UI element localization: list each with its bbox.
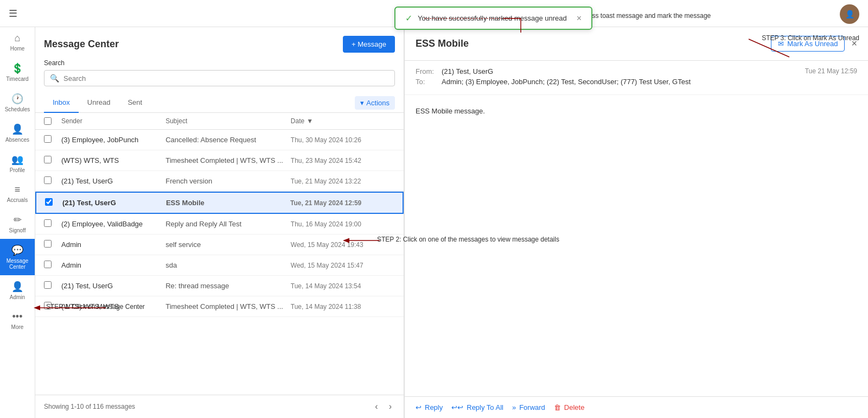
chevron-down-icon: ▾ bbox=[360, 99, 364, 107]
sidebar-item-profile[interactable]: 👥 Profile bbox=[0, 148, 35, 179]
to-row: To: Admin; (3) Employee, JobPunch; (22) … bbox=[416, 78, 857, 86]
message-rows-container: (3) Employee, JobPunch Cancelled: Absenc… bbox=[35, 130, 404, 317]
forward-icon: » bbox=[512, 403, 516, 411]
search-box: 🔍 bbox=[44, 70, 395, 86]
row-date: Wed, 15 May 2024 19:43 bbox=[291, 241, 395, 249]
row-subject: Re: thread message bbox=[165, 282, 291, 290]
sidebar-item-more[interactable]: ••• More bbox=[0, 306, 35, 335]
row-checkbox-cell bbox=[45, 198, 62, 207]
row-subject: Reply and Reply All Test bbox=[165, 220, 291, 228]
row-checkbox-cell bbox=[44, 219, 61, 229]
message-row[interactable]: (WTS) WTS, WTS Timesheet Completed | WTS… bbox=[35, 150, 404, 171]
row-checkbox-cell bbox=[44, 302, 61, 311]
admin-icon: 👤 bbox=[11, 281, 23, 293]
sidebar-item-timecard[interactable]: 💲 Timecard bbox=[0, 57, 35, 87]
row-checkbox[interactable] bbox=[44, 281, 52, 289]
row-checkbox[interactable] bbox=[44, 240, 52, 248]
row-checkbox[interactable] bbox=[45, 198, 53, 206]
more-icon: ••• bbox=[12, 311, 23, 322]
row-sender: (WTS) WTS, WTS bbox=[61, 156, 165, 164]
sidebar-item-admin[interactable]: 👤 Admin bbox=[0, 275, 35, 306]
toast-message: You have successfully marked message unr… bbox=[418, 14, 567, 22]
search-icon: 🔍 bbox=[50, 74, 59, 83]
sidebar-item-absences[interactable]: 👤 Absences bbox=[0, 118, 35, 148]
row-checkbox[interactable] bbox=[44, 135, 52, 143]
sidebar-item-accruals[interactable]: ≡ Accruals bbox=[0, 179, 35, 208]
to-label: To: bbox=[416, 78, 437, 86]
hamburger-icon[interactable]: ☰ bbox=[9, 8, 17, 20]
delete-button[interactable]: 🗑 Delete bbox=[554, 403, 585, 411]
message-center-icon: 💬 bbox=[11, 244, 23, 256]
row-checkbox[interactable] bbox=[44, 176, 52, 184]
mark-as-unread-button[interactable]: ✉ Mark As Unread bbox=[771, 36, 845, 52]
home-icon: ⌂ bbox=[15, 33, 21, 44]
profile-icon: 👥 bbox=[11, 154, 23, 166]
detail-meta: From: (21) Test, UserG Tue 21 May 12:59 … bbox=[405, 61, 868, 95]
message-row[interactable]: (2) Employee, ValidBadge Reply and Reply… bbox=[35, 214, 404, 235]
sidebar-label-signoff: Signoff bbox=[9, 227, 26, 233]
row-sender: (3) Employee, JobPunch bbox=[61, 136, 165, 144]
tab-unread[interactable]: Unread bbox=[79, 93, 119, 113]
col-header-sender: Sender bbox=[61, 117, 165, 125]
actions-button[interactable]: ▾ Actions bbox=[355, 96, 395, 110]
search-input[interactable] bbox=[63, 74, 389, 83]
prev-page-button[interactable]: ‹ bbox=[372, 401, 381, 413]
row-sender: (2) Employee, ValidBadge bbox=[61, 220, 165, 228]
detail-body: ESS Mobile message. bbox=[405, 95, 868, 396]
row-checkbox[interactable] bbox=[44, 219, 52, 227]
forward-button[interactable]: » Forward bbox=[512, 403, 545, 411]
sort-icon: ▼ bbox=[307, 117, 313, 125]
reply-all-button[interactable]: ↩↩ Reply To All bbox=[451, 403, 503, 411]
sidebar-item-home[interactable]: ⌂ Home bbox=[0, 27, 35, 57]
message-row[interactable]: (WTS) WTS, WTS Timesheet Completed | WTS… bbox=[35, 296, 404, 317]
sidebar-item-signoff[interactable]: ✏ Signoff bbox=[0, 208, 35, 239]
signoff-icon: ✏ bbox=[14, 214, 22, 226]
row-checkbox[interactable] bbox=[44, 156, 52, 163]
row-checkbox[interactable] bbox=[44, 302, 52, 309]
search-label: Search bbox=[44, 59, 395, 67]
row-sender: (21) Test, UserG bbox=[61, 282, 165, 290]
message-row[interactable]: (21) Test, UserG Re: thread message Tue,… bbox=[35, 276, 404, 296]
message-row[interactable]: Admin self service Wed, 15 May 2024 19:4… bbox=[35, 235, 404, 255]
new-message-button[interactable]: + Message bbox=[343, 36, 395, 53]
row-sender: Admin bbox=[61, 240, 165, 249]
message-row[interactable]: (21) Test, UserG ESS Mobile Tue, 21 May … bbox=[35, 192, 404, 214]
sidebar-label-schedules: Schedules bbox=[5, 106, 30, 112]
row-checkbox-cell bbox=[44, 176, 61, 186]
message-detail-panel: ESS Mobile ✉ Mark As Unread × From: (21)… bbox=[404, 27, 868, 418]
row-sender: (21) Test, UserG bbox=[62, 199, 166, 207]
sidebar-label-absences: Absences bbox=[5, 137, 29, 143]
toast-close-button[interactable]: × bbox=[577, 14, 582, 23]
main-content: Message Center + Message Search 🔍 Inbox … bbox=[35, 27, 868, 418]
reply-icon: ↩ bbox=[416, 403, 422, 411]
row-date: Tue, 14 May 2024 11:38 bbox=[291, 303, 395, 311]
sidebar-item-message-center[interactable]: 💬 Message Center bbox=[0, 239, 35, 275]
pagination-controls: ‹ › bbox=[372, 401, 395, 413]
row-checkbox-cell bbox=[44, 135, 61, 144]
row-checkbox[interactable] bbox=[44, 261, 52, 268]
close-detail-button[interactable]: × bbox=[851, 38, 857, 49]
row-date: Tue, 14 May 2024 13:54 bbox=[291, 282, 395, 290]
message-row[interactable]: (21) Test, UserG French version Tue, 21 … bbox=[35, 171, 404, 192]
message-row[interactable]: (3) Employee, JobPunch Cancelled: Absenc… bbox=[35, 130, 404, 150]
sidebar-label-profile: Profile bbox=[10, 167, 25, 173]
detail-action-bar: ↩ Reply ↩↩ Reply To All » Forward 🗑 Dele… bbox=[405, 396, 868, 418]
next-page-button[interactable]: › bbox=[386, 401, 395, 413]
delete-label: Delete bbox=[564, 403, 585, 411]
reply-button[interactable]: ↩ Reply bbox=[416, 403, 443, 411]
absences-icon: 👤 bbox=[11, 123, 23, 135]
sidebar-item-schedules[interactable]: 🕐 Schedules bbox=[0, 87, 35, 118]
toast-check-icon: ✓ bbox=[405, 13, 412, 23]
avatar[interactable]: 👤 bbox=[840, 4, 859, 24]
delete-icon: 🗑 bbox=[554, 403, 561, 411]
row-subject: Timesheet Completed | WTS, WTS ... bbox=[165, 156, 291, 164]
tab-sent[interactable]: Sent bbox=[119, 93, 151, 113]
reply-all-icon: ↩↩ bbox=[451, 403, 463, 411]
select-all-checkbox[interactable] bbox=[44, 117, 52, 125]
col-header-date[interactable]: Date ▼ bbox=[291, 117, 395, 125]
row-subject: Timesheet Completed | WTS, WTS ... bbox=[165, 302, 291, 311]
tab-group: Inbox Unread Sent bbox=[44, 93, 151, 112]
message-row[interactable]: Admin sda Wed, 15 May 2024 15:47 bbox=[35, 255, 404, 276]
detail-header-actions: ✉ Mark As Unread × bbox=[771, 36, 857, 52]
tab-inbox[interactable]: Inbox bbox=[44, 93, 79, 113]
